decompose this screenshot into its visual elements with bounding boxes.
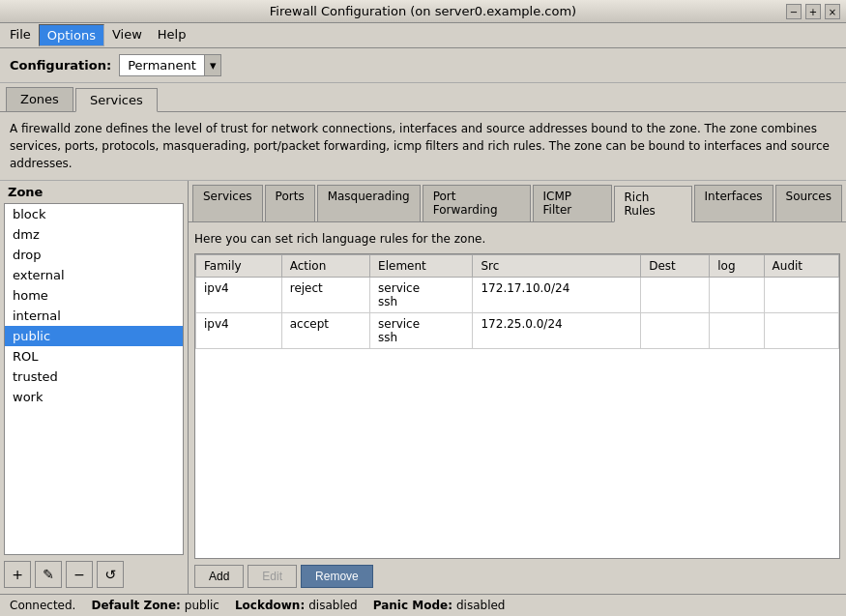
subtab-ports[interactable]: Ports — [265, 185, 315, 221]
zone-list: block dmz drop external home internal pu… — [4, 203, 184, 555]
lockdown-label: Lockdown: — [235, 599, 305, 612]
table-row[interactable]: ipv4 reject servicessh 172.17.10.0/24 — [196, 278, 839, 313]
default-zone-item: Default Zone: public — [91, 599, 219, 612]
zone-description: A firewalld zone defines the level of tr… — [0, 112, 846, 181]
rules-table-wrapper: Family Action Element Src Dest log Audit… — [194, 253, 840, 559]
tab-services[interactable]: Services — [75, 88, 158, 112]
zone-header: Zone — [0, 181, 188, 203]
panic-mode-label: Panic Mode: — [373, 599, 452, 612]
subtab-icmp-filter[interactable]: ICMP Filter — [533, 185, 612, 221]
sub-tabs: Services Ports Masquerading Port Forward… — [189, 181, 846, 222]
cell-family: ipv4 — [196, 278, 282, 313]
config-value: Permanent — [120, 55, 204, 75]
zone-item-block[interactable]: block — [5, 204, 183, 224]
subtab-masquerading[interactable]: Masquerading — [317, 185, 421, 221]
zone-item-dmz[interactable]: dmz — [5, 224, 183, 245]
maximize-button[interactable]: + — [805, 4, 821, 19]
col-element: Element — [370, 255, 473, 278]
zone-item-drop[interactable]: drop — [5, 245, 183, 265]
rules-description: Here you can set rich language rules for… — [194, 228, 840, 253]
subtab-rich-rules[interactable]: Rich Rules — [614, 186, 692, 222]
zone-reload-button[interactable]: ↺ — [97, 561, 124, 588]
col-src: Src — [473, 255, 641, 278]
menu-file[interactable]: File — [2, 24, 39, 46]
default-zone-value: public — [185, 599, 219, 612]
menu-bar: File Options View Help — [0, 23, 846, 48]
menu-view[interactable]: View — [104, 24, 150, 46]
status-bar: Connected. Default Zone: public Lockdown… — [0, 594, 846, 616]
zone-edit-button[interactable]: ✎ — [35, 561, 62, 588]
cell-log — [710, 278, 764, 313]
col-family: Family — [196, 255, 282, 278]
main-tabs: Zones Services — [0, 83, 846, 112]
cell-action: accept — [281, 313, 369, 349]
cell-audit — [764, 278, 838, 313]
zone-item-home[interactable]: home — [5, 285, 183, 306]
zone-add-button[interactable]: + — [4, 561, 31, 588]
edit-button[interactable]: Edit — [248, 565, 297, 588]
table-row[interactable]: ipv4 accept servicessh 172.25.0.0/24 — [196, 313, 839, 349]
main-content: Zone block dmz drop external home intern… — [0, 181, 846, 594]
cell-src: 172.25.0.0/24 — [473, 313, 641, 349]
minimize-button[interactable]: − — [786, 4, 802, 19]
rules-area: Here you can set rich language rules for… — [189, 222, 846, 594]
zone-item-external[interactable]: external — [5, 265, 183, 285]
zone-delete-button[interactable]: − — [66, 561, 93, 588]
cell-element: servicessh — [370, 278, 473, 313]
add-button[interactable]: Add — [194, 565, 244, 588]
title-bar: Firewall Configuration (on server0.examp… — [0, 0, 846, 23]
config-dropdown[interactable]: Permanent ▾ — [119, 54, 221, 76]
zone-item-work[interactable]: work — [5, 387, 183, 407]
subtab-services[interactable]: Services — [192, 185, 263, 221]
rules-table: Family Action Element Src Dest log Audit… — [195, 254, 839, 349]
config-label: Configuration: — [10, 58, 111, 73]
panic-mode-value: disabled — [456, 599, 506, 612]
col-action: Action — [281, 255, 369, 278]
menu-help[interactable]: Help — [150, 24, 194, 46]
col-log: log — [710, 255, 764, 278]
default-zone-label: Default Zone: — [91, 599, 180, 612]
subtab-interfaces[interactable]: Interfaces — [694, 185, 773, 221]
zone-panel: Zone block dmz drop external home intern… — [0, 181, 189, 594]
col-audit: Audit — [764, 255, 838, 278]
config-dropdown-arrow[interactable]: ▾ — [204, 55, 221, 75]
lockdown-item: Lockdown: disabled — [235, 599, 358, 612]
zone-item-internal[interactable]: internal — [5, 306, 183, 326]
close-button[interactable]: × — [825, 4, 840, 19]
cell-dest — [641, 313, 710, 349]
zone-item-rol[interactable]: ROL — [5, 346, 183, 367]
subtab-port-forwarding[interactable]: Port Forwarding — [423, 185, 531, 221]
tab-zones[interactable]: Zones — [6, 87, 73, 111]
col-dest: Dest — [641, 255, 710, 278]
rules-actions: Add Edit Remove — [194, 559, 840, 588]
connection-status: Connected. — [10, 599, 75, 612]
window-controls: − + × — [786, 4, 840, 19]
zone-item-trusted[interactable]: trusted — [5, 367, 183, 387]
panic-mode-item: Panic Mode: disabled — [373, 599, 506, 612]
lockdown-value: disabled — [308, 599, 358, 612]
cell-element: servicessh — [370, 313, 473, 349]
zone-actions: + ✎ − ↺ — [0, 555, 188, 594]
menu-options[interactable]: Options — [39, 24, 104, 46]
cell-dest — [641, 278, 710, 313]
cell-audit — [764, 313, 838, 349]
cell-src: 172.17.10.0/24 — [473, 278, 641, 313]
window-title: Firewall Configuration (on server0.examp… — [8, 4, 838, 18]
cell-log — [710, 313, 764, 349]
right-panel: Services Ports Masquerading Port Forward… — [189, 181, 846, 594]
config-bar: Configuration: Permanent ▾ — [0, 48, 846, 83]
zone-item-public[interactable]: public — [5, 326, 183, 346]
cell-action: reject — [281, 278, 369, 313]
remove-button[interactable]: Remove — [301, 565, 373, 588]
cell-family: ipv4 — [196, 313, 282, 349]
subtab-sources[interactable]: Sources — [775, 185, 842, 221]
